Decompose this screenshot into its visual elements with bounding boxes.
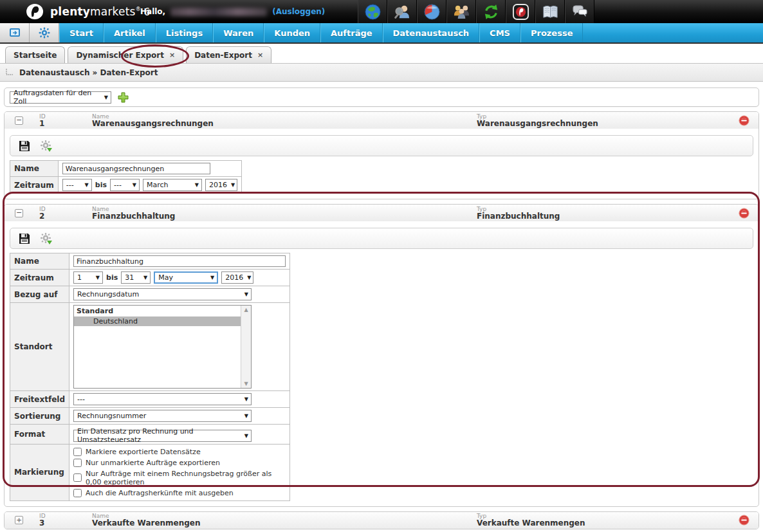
scroll-up-icon[interactable]: ▲ bbox=[244, 307, 248, 313]
tab-dynamischer-export[interactable]: Dynamischer Export× bbox=[68, 46, 183, 63]
menu-item-auftraege[interactable]: Aufträge bbox=[320, 23, 383, 42]
export-item-1-header[interactable]: − ID1 NameWarenausgangsrechnungen TypWar… bbox=[5, 112, 758, 129]
tab-daten-export[interactable]: Daten-Export× bbox=[186, 46, 271, 63]
sync-icon[interactable] bbox=[476, 0, 506, 23]
globe-icon[interactable] bbox=[358, 0, 387, 23]
menu-item-cms[interactable]: CMS bbox=[479, 23, 520, 42]
day-from-select[interactable]: ---▼ bbox=[62, 179, 92, 191]
delete-export-button[interactable] bbox=[739, 515, 749, 526]
menu-item-waren[interactable]: Waren bbox=[213, 23, 264, 42]
menu-item-listings[interactable]: Listings bbox=[156, 23, 213, 42]
app-window: plentymarkets®6 Hallo, (Ausloggen) bbox=[0, 0, 763, 532]
export-name: Finanzbuchhaltung bbox=[92, 212, 477, 221]
settings-gear-icon[interactable] bbox=[30, 23, 59, 42]
field-label-zeitraum: Zeitraum bbox=[10, 177, 59, 194]
menu-item-start[interactable]: Start bbox=[59, 23, 104, 42]
checkbox-label: Nur unmarkierte Aufträge exportieren bbox=[86, 459, 220, 467]
export-id: 1 bbox=[39, 120, 92, 128]
user-search-icon[interactable] bbox=[387, 0, 417, 23]
quick-window-icon[interactable] bbox=[0, 23, 30, 42]
bezug-select[interactable]: Rechnungsdatum▼ bbox=[73, 288, 252, 300]
year-select[interactable]: 2016▼ bbox=[205, 179, 237, 191]
top-icon-bar bbox=[358, 0, 594, 23]
execute-gear-button[interactable] bbox=[40, 232, 53, 245]
field-label-name: Name bbox=[10, 253, 69, 270]
col-label-id: ID bbox=[39, 113, 92, 120]
expand-icon[interactable]: + bbox=[15, 516, 23, 524]
export-1-form: Name Zeitraum ---▼ bis ---▼ March▼ 2016▼ bbox=[10, 160, 242, 194]
checkbox-markiere-exportierte[interactable] bbox=[73, 448, 82, 456]
export-name: Warenausgangsrechnungen bbox=[92, 120, 477, 128]
breadcrumb-bar: Datenaustausch » Daten-Export bbox=[0, 63, 763, 82]
checkbox-auftragsherkuenfte[interactable] bbox=[73, 489, 82, 497]
export-item-1: − ID1 NameWarenausgangsrechnungen TypWar… bbox=[4, 111, 759, 199]
checkbox-nur-unmarkierte[interactable] bbox=[73, 459, 82, 467]
book-icon[interactable] bbox=[535, 0, 565, 23]
sortierung-select[interactable]: Rechnungsnummer▼ bbox=[73, 410, 252, 422]
breadcrumb: Datenaustausch » Daten-Export bbox=[19, 68, 158, 77]
collapse-icon[interactable]: − bbox=[15, 116, 23, 125]
main-menu: Start Artikel Listings Waren Kunden Auft… bbox=[59, 23, 763, 42]
plentymarkets-logo-icon bbox=[26, 3, 45, 20]
collapse-icon[interactable]: − bbox=[15, 209, 23, 217]
close-tab-icon[interactable]: × bbox=[169, 51, 175, 59]
export-item-1-body: Name Zeitraum ---▼ bis ---▼ March▼ 2016▼ bbox=[5, 135, 758, 199]
field-label-standort: Standort bbox=[10, 303, 69, 391]
field-label-zeitraum: Zeitraum bbox=[10, 270, 69, 286]
scroll-down-icon[interactable]: ▼ bbox=[244, 381, 248, 387]
execute-gear-button[interactable] bbox=[40, 140, 53, 152]
export-id: 2 bbox=[39, 212, 92, 221]
export-item-3-header[interactable]: + ID3 NameVerkaufte Warenmengen TypVerka… bbox=[5, 512, 758, 529]
menu-item-kunden[interactable]: Kunden bbox=[264, 23, 320, 42]
add-export-button[interactable] bbox=[118, 92, 129, 103]
listbox-scrollbar[interactable]: ▲ ▼ bbox=[241, 306, 251, 388]
plenty-icon[interactable] bbox=[506, 0, 535, 23]
greeting-area: Hallo, (Ausloggen) bbox=[140, 0, 325, 23]
tab-label: Daten-Export bbox=[194, 51, 252, 60]
save-button[interactable] bbox=[18, 232, 31, 245]
year-select[interactable]: 2016▼ bbox=[221, 271, 253, 284]
day-to-select[interactable]: ---▼ bbox=[110, 179, 140, 191]
menu-item-prozesse[interactable]: Prozesse bbox=[520, 23, 584, 42]
export-type-select[interactable]: Auftragsdaten für den Zoll ▼ bbox=[10, 91, 111, 104]
day-from-select[interactable]: 1▼ bbox=[73, 271, 103, 284]
bis-label: bis bbox=[95, 181, 107, 189]
col-label-name: Name bbox=[92, 113, 477, 120]
pie-chart-icon[interactable] bbox=[417, 0, 446, 23]
tab-startseite[interactable]: Startseite bbox=[5, 46, 65, 63]
save-button[interactable] bbox=[18, 140, 31, 152]
close-tab-icon[interactable]: × bbox=[257, 51, 263, 59]
day-to-select[interactable]: 31▼ bbox=[121, 271, 151, 284]
delete-export-button[interactable] bbox=[739, 115, 749, 126]
tab-label: Startseite bbox=[14, 51, 57, 60]
delete-export-button[interactable] bbox=[739, 208, 749, 219]
name-input[interactable] bbox=[73, 255, 286, 267]
top-bar: plentymarkets®6 Hallo, (Ausloggen) bbox=[0, 0, 763, 23]
name-input[interactable] bbox=[62, 163, 210, 174]
users-icon[interactable] bbox=[446, 0, 476, 23]
format-select[interactable]: Ein Datensatz pro Rechnung und Umsatzste… bbox=[73, 430, 252, 442]
standort-listbox[interactable]: Standard Deutschland ▲ ▼ bbox=[73, 305, 252, 389]
plentymarkets-logo: plentymarkets®6 bbox=[26, 3, 151, 20]
export-name: Verkaufte Warenmengen bbox=[92, 519, 477, 527]
col-label-typ: Typ bbox=[477, 113, 739, 120]
tab-bar: Startseite Dynamischer Export× Daten-Exp… bbox=[0, 44, 763, 63]
menu-item-artikel[interactable]: Artikel bbox=[104, 23, 156, 42]
freitextfeld-select[interactable]: ---▼ bbox=[73, 393, 252, 405]
listbox-option-selected[interactable]: Deutschland bbox=[74, 316, 251, 326]
chat-icon[interactable] bbox=[565, 0, 594, 23]
month-select[interactable]: March▼ bbox=[143, 179, 202, 191]
checkbox-rechnungsbetrag[interactable] bbox=[73, 473, 82, 482]
export-type: Warenausgangsrechnungen bbox=[477, 120, 739, 128]
field-label-format: Format bbox=[10, 425, 69, 445]
menu-item-datenaustausch[interactable]: Datenaustausch bbox=[383, 23, 480, 42]
export-item-2-header[interactable]: − ID2 NameFinanzbuchhaltung TypFinanzbuc… bbox=[5, 205, 758, 221]
field-label-sortierung: Sortierung bbox=[10, 408, 69, 425]
field-label-markierung: Markierung bbox=[10, 444, 69, 500]
greeting-text: Hallo, bbox=[140, 7, 165, 16]
checkbox-label: Markiere exportierte Datensätze bbox=[86, 448, 201, 456]
month-select[interactable]: May▼ bbox=[154, 271, 218, 284]
logout-link[interactable]: (Ausloggen) bbox=[272, 7, 325, 16]
brand-text: plentymarkets®6 bbox=[50, 5, 151, 18]
toolbar bbox=[10, 135, 753, 156]
